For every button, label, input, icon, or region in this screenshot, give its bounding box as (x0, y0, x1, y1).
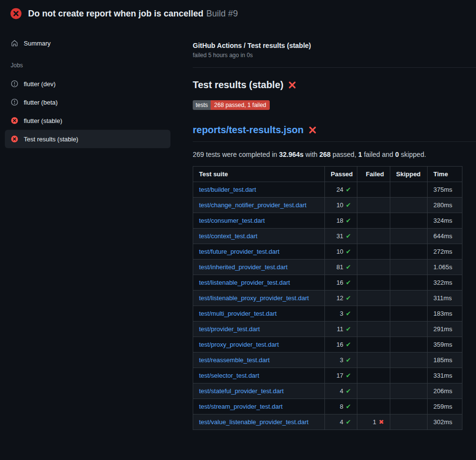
check-icon: ✔ (346, 217, 351, 224)
skipped-cell (390, 337, 428, 353)
sidebar-item-test-results-stable[interactable]: Test results (stable) (5, 130, 170, 148)
failed-status-icon (11, 135, 18, 143)
skipped-cell (390, 368, 428, 383)
suite-link[interactable]: test/reassemble_test.dart (199, 356, 270, 364)
check-icon: ✔ (346, 248, 351, 255)
content-layout: Summary Jobs flutter (dev) flut (0, 26, 476, 430)
tests-badge: tests 268 passed, 1 failed (193, 100, 270, 110)
breadcrumb: GitHub Actions / Test results (stable) (193, 42, 476, 49)
page-header: Do not create report when job is cancell… (0, 0, 476, 26)
time-cell: 259ms (428, 399, 462, 414)
sidebar-item-flutter-dev[interactable]: flutter (dev) (5, 75, 170, 93)
failed-status-icon (11, 117, 18, 124)
col-header-passed: Passed (325, 167, 357, 182)
sidebar-item-flutter-stable[interactable]: flutter (stable) (5, 111, 170, 130)
jobs-section-label: Jobs (0, 52, 175, 75)
summary-skipped: 0 (395, 151, 399, 158)
check-icon: ✔ (346, 356, 351, 364)
suite-link[interactable]: test/selector_test.dart (199, 372, 259, 379)
suite-link[interactable]: test/future_provider_test.dart (199, 248, 279, 255)
sidebar: Summary Jobs flutter (dev) flut (0, 26, 175, 148)
table-row: test/stateful_provider_test.dart 4✔ ✖ 20… (193, 383, 462, 399)
suite-link[interactable]: test/change_notifier_provider_test.dart (199, 201, 307, 209)
passed-count: 10 (337, 201, 343, 209)
section-title: Test results (stable) (193, 79, 476, 91)
check-icon: ✔ (346, 310, 351, 317)
passed-count: 8 (340, 403, 343, 410)
time-cell: 206ms (428, 383, 462, 399)
passed-count: 81 (337, 263, 343, 271)
suite-link[interactable]: test/builder_test.dart (199, 186, 256, 193)
suite-link[interactable]: test/stream_provider_test.dart (199, 403, 283, 410)
summary-passed: 268 (320, 151, 331, 158)
passed-count: 4 (340, 387, 343, 395)
passed-count: 3 (340, 356, 343, 364)
table-row: test/listenable_proxy_provider_test.dart… (193, 291, 462, 306)
table-row: test/reassemble_test.dart 3✔ ✖ 185ms (193, 353, 462, 368)
summary-failed: 1 (358, 151, 362, 158)
time-cell: 331ms (428, 368, 462, 383)
passed-count: 18 (337, 217, 343, 224)
time-cell: 311ms (428, 291, 462, 306)
suite-link[interactable]: test/consumer_test.dart (199, 217, 265, 224)
check-icon: ✔ (346, 403, 351, 410)
summary-duration: 32.964s (279, 151, 304, 158)
suite-link[interactable]: test/listenable_provider_test.dart (199, 279, 290, 286)
time-cell: 272ms (428, 244, 462, 260)
suite-link[interactable]: test/listenable_proxy_provider_test.dart (199, 294, 309, 302)
col-header-time: Time (428, 167, 462, 182)
skipped-cell (390, 414, 428, 430)
suite-link[interactable]: test/provider_test.dart (199, 325, 260, 333)
sidebar-item-label: flutter (beta) (24, 99, 58, 106)
main-panel: GitHub Actions / Test results (stable) f… (175, 26, 476, 430)
skipped-cell (390, 306, 428, 322)
neutral-status-icon (11, 80, 18, 88)
skipped-cell (390, 198, 428, 213)
cross-icon: ✖ (379, 418, 384, 426)
col-header-test-suite: Test suite (193, 167, 325, 182)
table-row: test/stream_provider_test.dart 8✔ ✖ 259m… (193, 399, 462, 414)
suite-link[interactable]: test/stateful_provider_test.dart (199, 387, 284, 395)
check-icon: ✔ (346, 418, 351, 426)
badge-label: tests (193, 100, 211, 110)
passed-count: 10 (337, 248, 343, 255)
time-cell: 375ms (428, 182, 462, 198)
skipped-cell (390, 260, 428, 275)
skipped-cell (390, 182, 428, 198)
test-results-table: Test suite Passed Failed Skipped Time te… (193, 166, 462, 430)
sidebar-item-flutter-beta[interactable]: flutter (beta) (5, 93, 170, 111)
time-cell: 1.065s (428, 260, 462, 275)
suite-link[interactable]: test/value_listenable_provider_test.dart (199, 418, 308, 426)
sidebar-item-summary[interactable]: Summary (5, 34, 170, 52)
passed-count: 12 (337, 294, 343, 302)
skipped-cell (390, 383, 428, 399)
passed-count: 3 (340, 310, 343, 317)
check-icon: ✔ (346, 201, 351, 209)
report-title: reports/test-results.json (193, 124, 476, 142)
failed-x-icon (288, 81, 296, 89)
suite-link[interactable]: test/proxy_provider_test.dart (199, 341, 279, 348)
skipped-cell (390, 399, 428, 414)
time-cell: 359ms (428, 337, 462, 353)
skipped-cell (390, 291, 428, 306)
table-row: test/proxy_provider_test.dart 16✔ ✖ 359m… (193, 337, 462, 353)
check-icon: ✔ (346, 232, 351, 240)
suite-link[interactable]: test/context_test.dart (199, 232, 258, 240)
check-icon: ✔ (346, 279, 351, 286)
sidebar-item-label: flutter (dev) (24, 80, 56, 88)
passed-count: 31 (337, 232, 343, 240)
time-cell: 291ms (428, 322, 462, 337)
time-cell: 183ms (428, 306, 462, 322)
divider (193, 67, 476, 68)
report-link[interactable]: reports/test-results.json (193, 124, 304, 136)
suite-link[interactable]: test/inherited_provider_test.dart (199, 263, 288, 271)
check-icon: ✔ (346, 387, 351, 395)
table-row: test/change_notifier_provider_test.dart … (193, 198, 462, 213)
failed-count: 1 (373, 418, 376, 426)
table-row: test/consumer_test.dart 18✔ ✖ 324ms (193, 213, 462, 229)
time-cell: 644ms (428, 229, 462, 244)
suite-link[interactable]: test/multi_provider_test.dart (199, 310, 276, 317)
summary-line: 269 tests were completed in 32.964s with… (193, 151, 476, 158)
skipped-cell (390, 244, 428, 260)
badge-value: 268 passed, 1 failed (211, 100, 269, 110)
